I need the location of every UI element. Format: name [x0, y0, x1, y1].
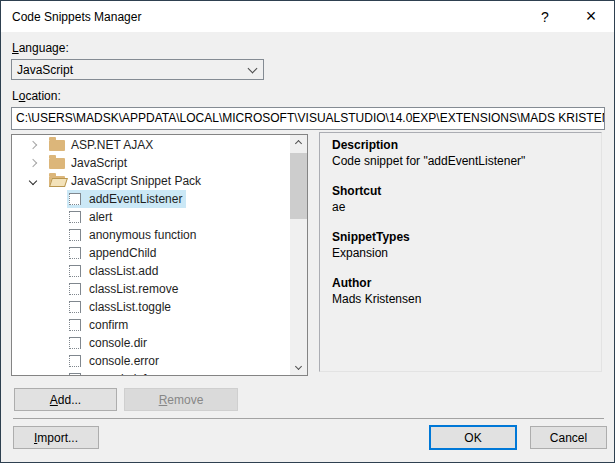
- scroll-up-button[interactable]: [290, 135, 307, 152]
- chevron-up-icon: [295, 140, 302, 147]
- detail-value: ae: [332, 200, 589, 215]
- chevron-right-icon[interactable]: [27, 142, 39, 148]
- snippet-icon: [69, 319, 81, 331]
- detail-snippettypes: SnippetTypes Expansion: [332, 230, 589, 261]
- tree-rows: ASP.NET AJAX JavaScript JavaScript Snipp…: [12, 136, 290, 376]
- tree-item-folder-expanded[interactable]: JavaScript Snippet Pack: [12, 172, 290, 190]
- open-folder-icon: [49, 176, 65, 187]
- detail-value: Code snippet for "addEventListener": [332, 154, 589, 169]
- window-title: Code Snippets Manager: [12, 10, 141, 24]
- tree-item-snippet[interactable]: classList.remove: [12, 280, 290, 298]
- tree-item-snippet-selected[interactable]: addEventListener: [12, 190, 290, 208]
- detail-heading: Description: [332, 138, 589, 153]
- snippet-icon: [69, 211, 81, 223]
- folder-icon: [49, 158, 65, 169]
- snippet-icon: [69, 337, 81, 349]
- snippet-details-panel: Description Code snippet for "addEventLi…: [319, 132, 602, 372]
- tree-item-snippet[interactable]: anonymous function: [12, 226, 290, 244]
- detail-heading: Shortcut: [332, 184, 589, 199]
- tree-item-snippet[interactable]: console.error: [12, 352, 290, 370]
- snippet-icon: [69, 373, 81, 376]
- scroll-down-button[interactable]: [290, 358, 307, 375]
- tree-item-snippet[interactable]: console.info: [12, 370, 290, 376]
- ok-button[interactable]: OK: [429, 425, 517, 450]
- cancel-button[interactable]: Cancel: [530, 426, 607, 449]
- chevron-right-icon[interactable]: [27, 160, 39, 166]
- snippet-icon: [69, 193, 81, 205]
- import-button[interactable]: Import...: [13, 426, 99, 449]
- chevron-down-icon: [295, 363, 302, 370]
- help-icon: ?: [541, 9, 549, 25]
- close-icon: ×: [586, 6, 597, 27]
- close-button[interactable]: ×: [568, 1, 614, 32]
- detail-value: Mads Kristensen: [332, 292, 589, 307]
- folder-icon: [49, 140, 65, 151]
- add-button[interactable]: Add...: [14, 388, 117, 411]
- language-select[interactable]: JavaScript: [11, 59, 264, 80]
- language-label: Language:: [12, 41, 69, 55]
- snippet-icon: [69, 301, 81, 313]
- tree-item-snippet[interactable]: classList.toggle: [12, 298, 290, 316]
- separator-line: [13, 418, 604, 419]
- tree-item-snippet[interactable]: appendChild: [12, 244, 290, 262]
- detail-description: Description Code snippet for "addEventLi…: [332, 138, 589, 169]
- selection-highlight: addEventListener: [67, 190, 186, 208]
- titlebar-buttons: ? ×: [522, 1, 614, 32]
- location-label: Location:: [12, 89, 61, 103]
- snippet-icon: [69, 283, 81, 295]
- snippet-tree: ASP.NET AJAX JavaScript JavaScript Snipp…: [11, 134, 308, 376]
- tree-item-snippet[interactable]: alert: [12, 208, 290, 226]
- scrollbar-thumb[interactable]: [290, 153, 307, 219]
- detail-author: Author Mads Kristensen: [332, 276, 589, 307]
- snippet-icon: [69, 229, 81, 241]
- titlebar[interactable]: Code Snippets Manager ? ×: [1, 1, 614, 32]
- detail-shortcut: Shortcut ae: [332, 184, 589, 215]
- snippet-icon: [69, 265, 81, 277]
- language-selected-value: JavaScript: [17, 63, 249, 77]
- code-snippets-manager-dialog: Code Snippets Manager ? × Language: Java…: [0, 0, 615, 463]
- tree-scrollbar[interactable]: [290, 135, 307, 375]
- chevron-down-icon: [248, 63, 258, 73]
- tree-item-snippet[interactable]: classList.add: [12, 262, 290, 280]
- chevron-down-icon[interactable]: [27, 178, 39, 184]
- tree-item-folder[interactable]: ASP.NET AJAX: [12, 136, 290, 154]
- remove-button: Remove: [124, 388, 238, 411]
- snippet-icon: [69, 247, 81, 259]
- tree-item-folder[interactable]: JavaScript: [12, 154, 290, 172]
- tree-item-snippet[interactable]: console.dir: [12, 334, 290, 352]
- snippet-icon: [69, 355, 81, 367]
- detail-heading: Author: [332, 276, 589, 291]
- help-button[interactable]: ?: [522, 1, 568, 32]
- tree-item-snippet[interactable]: confirm: [12, 316, 290, 334]
- detail-value: Expansion: [332, 246, 589, 261]
- detail-heading: SnippetTypes: [332, 230, 589, 245]
- location-input[interactable]: C:\USERS\MADSK\APPDATA\LOCAL\MICROSOFT\V…: [11, 107, 605, 130]
